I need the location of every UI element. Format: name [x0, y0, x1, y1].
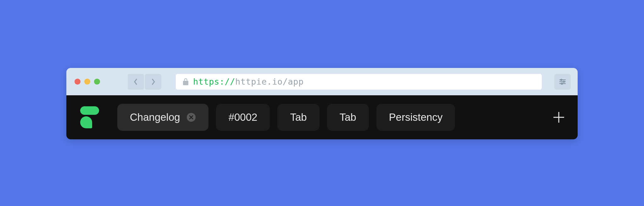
plus-icon: [552, 111, 565, 124]
window-zoom-button[interactable]: [94, 79, 100, 85]
browser-window: https://httpie.io/app Changelog: [66, 68, 578, 139]
svg-point-3: [561, 79, 562, 81]
window-close-button[interactable]: [75, 79, 80, 85]
tab-label: Tab: [340, 111, 356, 123]
lock-icon: [183, 78, 189, 85]
tab-changelog[interactable]: Changelog: [117, 104, 208, 131]
tab-close-button[interactable]: [186, 113, 196, 122]
chevron-left-icon: [134, 78, 138, 85]
svg-point-5: [561, 83, 563, 84]
sliders-icon: [559, 79, 566, 85]
tab-generic-1[interactable]: Tab: [277, 104, 319, 131]
close-circle-icon: [186, 113, 196, 122]
window-minimize-button[interactable]: [84, 79, 90, 85]
window-controls: [75, 79, 100, 85]
address-bar[interactable]: https://httpie.io/app: [176, 74, 542, 90]
tab-label: Tab: [290, 111, 307, 123]
url-text: https://httpie.io/app: [193, 77, 304, 86]
chevron-right-icon: [151, 78, 155, 85]
tab-0002[interactable]: #0002: [216, 104, 270, 131]
nav-back-button[interactable]: [128, 74, 144, 90]
tab-label: #0002: [229, 111, 258, 123]
url-scheme: https://: [193, 77, 235, 86]
browser-chrome: https://httpie.io/app: [66, 68, 578, 95]
tab-label: Changelog: [130, 111, 180, 123]
tab-list: Changelog #0002 Tab Tab Persistency: [117, 104, 539, 131]
tab-label: Persistency: [389, 111, 443, 123]
tab-generic-2[interactable]: Tab: [327, 104, 369, 131]
app-logo[interactable]: [80, 106, 99, 128]
browser-settings-button[interactable]: [554, 74, 571, 90]
url-path: httpie.io/app: [235, 77, 304, 86]
tab-persistency[interactable]: Persistency: [376, 104, 455, 131]
app-tab-bar: Changelog #0002 Tab Tab Persistency: [66, 95, 578, 139]
nav-buttons: [128, 74, 161, 90]
new-tab-button[interactable]: [551, 109, 567, 125]
nav-forward-button[interactable]: [145, 74, 161, 90]
svg-point-4: [563, 81, 564, 82]
